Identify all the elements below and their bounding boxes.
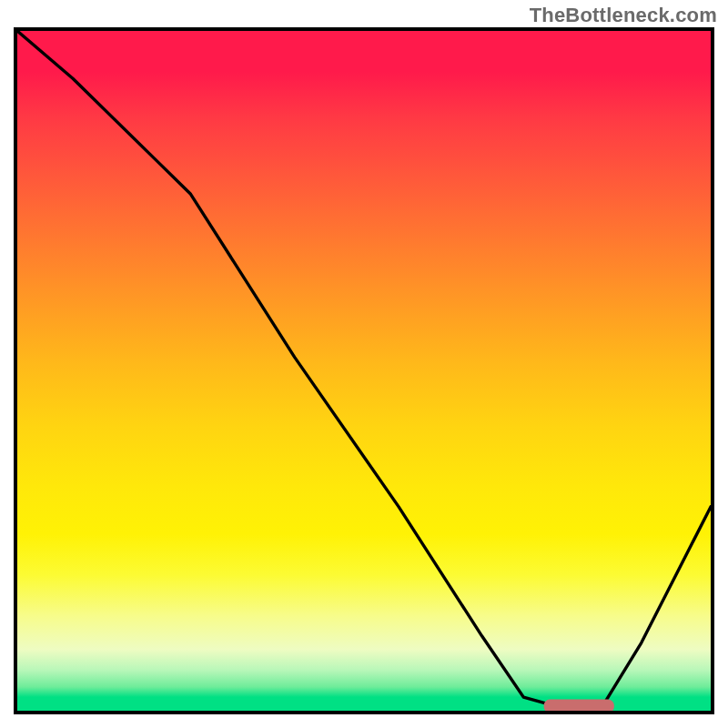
chart-container: TheBottleneck.com [0,0,728,728]
chart-overlay [17,31,711,711]
highlight-marker [544,700,613,711]
watermark-text: TheBottleneck.com [530,4,717,27]
bottleneck-curve [17,31,711,711]
plot-area [14,27,714,714]
